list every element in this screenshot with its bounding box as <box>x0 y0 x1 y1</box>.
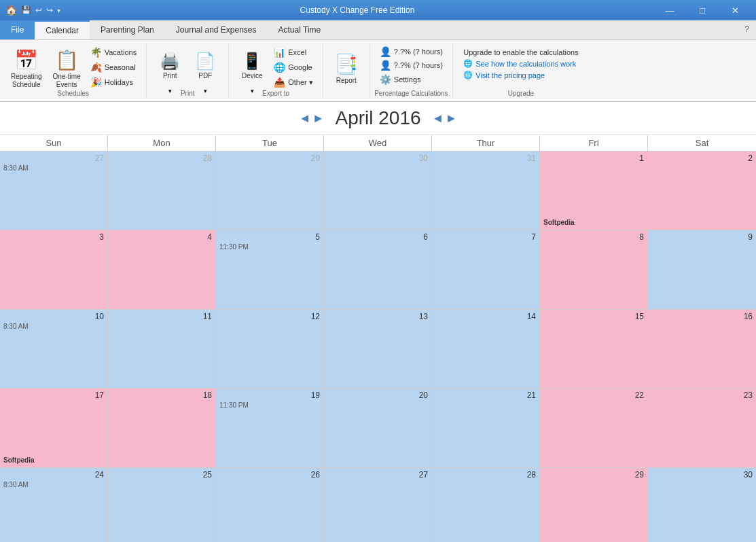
cal-cell-w3-d3[interactable]: 20 <box>324 389 432 467</box>
repeating-schedule-icon: 📅 <box>14 49 38 71</box>
cal-day-number: 15 <box>543 312 644 321</box>
cal-cell-w4-d1[interactable]: 25 <box>108 468 216 542</box>
prev-month-button[interactable]: ◄ <box>299 111 311 126</box>
pricing-link-label: Visit the pricing page <box>475 71 545 79</box>
cal-cell-w4-d6[interactable]: 30 <box>648 468 756 542</box>
cal-day-number: 21 <box>435 391 536 400</box>
cal-cell-w4-d2[interactable]: 26 <box>216 468 324 542</box>
cal-day-number: 29 <box>543 470 644 480</box>
next-prev-button[interactable]: ◄ <box>432 111 444 126</box>
cal-cell-w0-d4[interactable]: 31 <box>432 151 540 230</box>
cal-cell-w1-d5[interactable]: 8 <box>540 230 648 308</box>
cal-cell-label: Softpedia <box>3 456 35 464</box>
tab-actual-time[interactable]: Actual Time <box>268 20 332 39</box>
cal-cell-w0-d1[interactable]: 28 <box>108 151 216 230</box>
cal-cell-w0-d5[interactable]: 1Softpedia <box>540 151 648 230</box>
see-calculations-link[interactable]: 🌐 See how the calculations work <box>463 59 578 68</box>
cal-cell-w0-d3[interactable]: 30 <box>324 151 432 230</box>
repeating-schedule-label: RepeatingSchedule <box>11 73 42 89</box>
tab-journal[interactable]: Journal and Expenses <box>165 20 268 39</box>
vacations-label: Vacations <box>105 48 137 56</box>
cal-cell-w1-d4[interactable]: 7 <box>432 230 540 308</box>
close-button[interactable]: ✕ <box>719 0 751 20</box>
window-title: Custody X Change Free Edition <box>60 5 654 15</box>
tab-calendar[interactable]: Calendar <box>35 20 90 39</box>
pdf-icon: 📄 <box>195 52 215 71</box>
pct-value-2: ?.?% (? hours) <box>394 61 443 69</box>
cal-cell-w1-d1[interactable]: 4 <box>108 230 216 308</box>
cal-day-number: 9 <box>651 232 753 242</box>
pct-group-label: Percentage Calculations <box>374 90 448 97</box>
cal-cell-w2-d6[interactable]: 16 <box>648 310 756 388</box>
seasonal-button[interactable]: 🍂 Seasonal <box>88 60 140 74</box>
other-button[interactable]: 📤 Other ▾ <box>271 75 316 89</box>
cal-cell-w4-d5[interactable]: 29 <box>540 468 648 542</box>
cal-day-number: 1 <box>543 153 644 163</box>
cal-cell-w3-d1[interactable]: 18 <box>108 389 216 467</box>
quick-save-icon[interactable]: 💾 <box>21 5 31 15</box>
cal-cell-w0-d6[interactable]: 2 <box>648 151 756 230</box>
quick-access-dropdown[interactable]: ▾ <box>57 7 60 14</box>
tab-file[interactable]: File <box>0 20 35 39</box>
vacations-button[interactable]: 🌴 Vacations <box>88 46 140 59</box>
calendar-title: April 2016 <box>335 107 420 129</box>
holidays-button[interactable]: 🎉 Holidays <box>88 75 140 89</box>
cal-cell-w3-d6[interactable]: 23 <box>648 389 756 467</box>
device-button[interactable]: 📱 Device <box>236 46 268 86</box>
print-dropdown-arrow[interactable]: ▾ <box>168 88 172 94</box>
maximize-button[interactable]: □ <box>687 0 718 20</box>
prev-nav-group: ◄ ► <box>299 111 325 126</box>
cal-cell-w2-d1[interactable]: 11 <box>108 310 216 388</box>
tab-parenting-plan[interactable]: Parenting Plan <box>90 20 165 39</box>
cal-cell-w4-d4[interactable]: 28 <box>432 468 540 542</box>
cal-cell-w1-d0[interactable]: 3 <box>0 230 108 308</box>
cal-cell-w0-d0[interactable]: 278:30 AM <box>0 151 108 230</box>
cal-cell-w0-d2[interactable]: 29 <box>216 151 324 230</box>
cal-day-number: 28 <box>435 470 536 480</box>
next-month-button[interactable]: ► <box>445 111 457 126</box>
cal-cell-w3-d0[interactable]: 17Softpedia <box>0 389 108 467</box>
cal-cell-w1-d2[interactable]: 511:30 PM <box>216 230 324 308</box>
google-button[interactable]: 🌐 Google <box>271 60 316 74</box>
schedules-group-label: Schedules <box>57 90 89 97</box>
one-time-events-label: One-timeEvents <box>53 73 81 89</box>
cal-cell-w2-d3[interactable]: 13 <box>324 310 432 388</box>
cal-time-note: 8:30 AM <box>3 164 104 172</box>
cal-cell-w2-d0[interactable]: 108:30 AM <box>0 310 108 388</box>
google-icon: 🌐 <box>274 62 285 73</box>
ribbon-help-icon[interactable]: ? <box>738 20 756 39</box>
cal-day-number: 14 <box>435 312 536 321</box>
excel-button[interactable]: 📊 Excel <box>271 46 316 59</box>
cal-cell-w1-d6[interactable]: 9 <box>648 230 756 308</box>
one-time-events-button[interactable]: 📋 One-timeEvents <box>49 46 85 92</box>
cal-day-number: 29 <box>219 153 320 163</box>
quick-undo-icon[interactable]: ↩ <box>35 5 42 15</box>
settings-button[interactable]: ⚙️ Settings <box>377 73 446 86</box>
pdf-button[interactable]: 📄 PDF <box>189 46 221 86</box>
pdf-dropdown-arrow[interactable]: ▾ <box>204 88 207 94</box>
cal-cell-w2-d4[interactable]: 14 <box>432 310 540 388</box>
window-controls: — □ ✕ <box>654 0 751 20</box>
device-dropdown-arrow[interactable]: ▾ <box>251 88 254 94</box>
excel-icon: 📊 <box>274 47 285 58</box>
schedules-items: 📅 RepeatingSchedule 📋 One-timeEvents 🌴 V… <box>7 46 139 96</box>
prev-week-button[interactable]: ► <box>312 111 325 126</box>
cal-cell-w1-d3[interactable]: 6 <box>324 230 432 308</box>
week-row-1: 34511:30 PM6789 <box>0 230 756 309</box>
report-button[interactable]: 📑 Report <box>330 46 363 92</box>
cal-cell-w2-d2[interactable]: 12 <box>216 310 324 388</box>
cal-cell-w4-d3[interactable]: 27 <box>324 468 432 542</box>
cal-cell-w3-d5[interactable]: 22 <box>540 389 648 467</box>
pricing-page-link[interactable]: 🌐 Visit the pricing page <box>463 71 578 79</box>
minimize-button[interactable]: — <box>654 0 685 20</box>
cal-day-number: 27 <box>327 470 428 480</box>
cal-cell-w2-d5[interactable]: 15 <box>540 310 648 388</box>
google-label: Google <box>288 63 312 71</box>
cal-cell-w3-d4[interactable]: 21 <box>432 389 540 467</box>
cal-cell-w3-d2[interactable]: 1911:30 PM <box>216 389 324 467</box>
print-label: Print <box>163 72 177 80</box>
repeating-schedule-button[interactable]: 📅 RepeatingSchedule <box>7 46 46 92</box>
print-button[interactable]: 🖨️ Print <box>154 46 186 86</box>
quick-redo-icon[interactable]: ↪ <box>46 5 53 15</box>
cal-cell-w4-d0[interactable]: 248:30 AM <box>0 468 108 542</box>
